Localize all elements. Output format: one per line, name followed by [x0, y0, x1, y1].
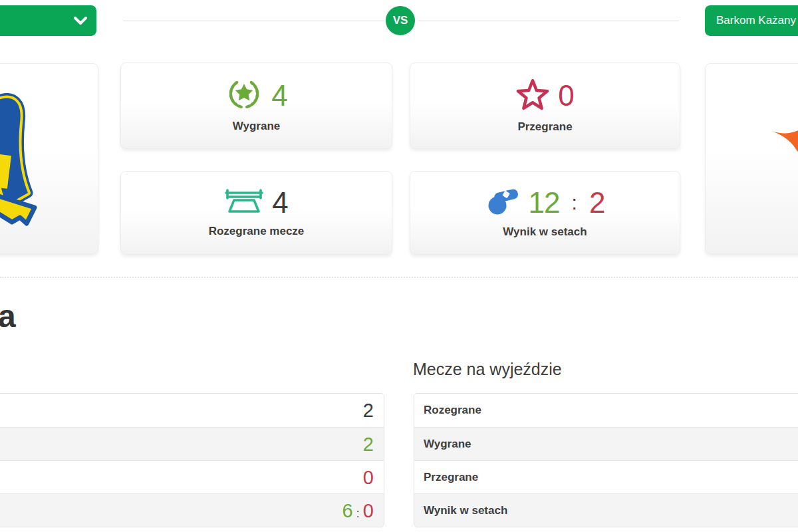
row-label: Rozegrane [424, 404, 481, 416]
h2h-comparison-page: VS Barkom Każany [0, 0, 798, 532]
section-divider [0, 277, 798, 278]
laurel-star-icon [225, 79, 263, 112]
row-label: Wynik w setach [424, 504, 507, 517]
vs-connector-line-left [123, 21, 384, 21]
row-value: 2 [363, 434, 374, 455]
stat-card-losses: 0 Przegrane [410, 63, 680, 149]
table-row: 2 [0, 394, 384, 427]
home-matches-table: 2 2 0 6:0 [0, 393, 384, 527]
vs-badge: VS [386, 6, 415, 35]
table-row: 0 [0, 460, 384, 493]
row-value-separator: : [356, 506, 360, 520]
away-section-heading: Mecze na wyjeździe [413, 360, 562, 379]
row-value: 2 [363, 400, 374, 421]
star-outline-icon [516, 78, 549, 113]
section-heading-partial: a [0, 301, 16, 332]
stat-value-wins: 4 [271, 81, 287, 110]
right-team-select-button[interactable]: Barkom Każany [705, 5, 798, 36]
table-row: Rozegrane [414, 394, 798, 427]
table-row: Przegrane [414, 460, 798, 493]
stat-card-played: 4 Rozegrane mecze [120, 171, 392, 255]
row-value-right: 0 [363, 500, 374, 521]
table-row: Wynik w setach [414, 493, 798, 527]
row-label: Wygrane [424, 438, 471, 450]
right-team-button-label: Barkom Każany [716, 14, 796, 27]
table-row: 2 [0, 427, 384, 460]
stat-value-sets-away: 2 [589, 188, 604, 217]
stat-card-sets: 12 : 2 Wynik w setach [410, 171, 680, 255]
vs-badge-label: VS [393, 14, 408, 27]
chevron-down-icon [73, 15, 88, 29]
left-team-select-button[interactable] [0, 5, 96, 36]
right-team-logo-icon [769, 125, 798, 157]
stat-label-sets: Wynik w setach [503, 225, 587, 239]
whistle-icon [485, 188, 520, 218]
away-matches-table: Rozegrane Wygrane Przegrane Wynik w seta… [414, 393, 798, 527]
row-value-left: 6 [342, 500, 352, 521]
row-value: 0 [363, 467, 374, 488]
table-row: 6:0 [0, 493, 384, 527]
stat-card-wins: 4 Wygrane [120, 63, 392, 149]
stat-value-sets-separator: : [572, 193, 577, 213]
vs-connector-line-right [418, 21, 679, 21]
stat-value-losses: 0 [558, 81, 573, 110]
stat-label-losses: Przegrane [517, 120, 572, 134]
row-label: Przegrane [424, 471, 478, 483]
stat-value-played: 4 [272, 188, 287, 217]
stat-value-sets-home: 12 [529, 188, 560, 217]
net-icon [225, 188, 263, 217]
table-row: Wygrane [414, 427, 798, 460]
stat-label-wins: Wygrane [233, 120, 281, 133]
team-logo-card-right [705, 63, 798, 254]
stat-label-played: Rozegrane mecze [209, 225, 305, 238]
left-team-crest-icon [0, 93, 73, 226]
